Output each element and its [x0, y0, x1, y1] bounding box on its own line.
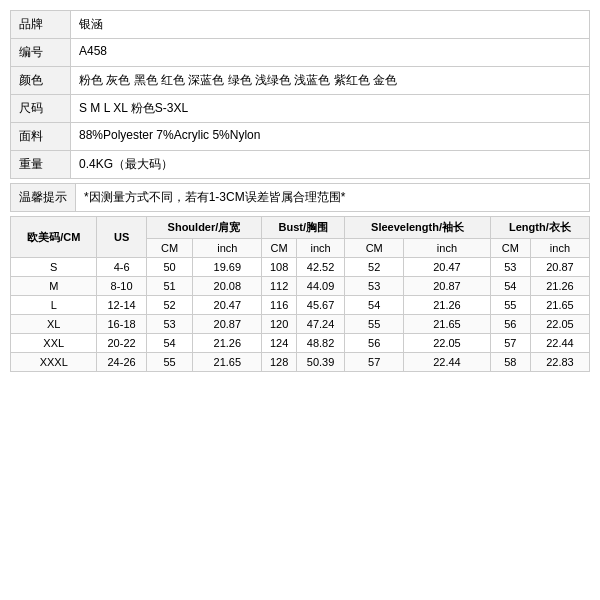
sleeve-inch-cell: 22.05 [404, 334, 491, 353]
size-cell: M [11, 277, 97, 296]
size-cell: L [11, 296, 97, 315]
fabric-value: 88%Polyester 7%Acrylic 5%Nylon [71, 123, 590, 151]
shoulder-inch-cell: 21.26 [193, 334, 262, 353]
col-sleeve: Sleevelength/袖长 [345, 217, 491, 239]
length-inch-header: inch [530, 239, 589, 258]
size-label: 尺码 [11, 95, 71, 123]
shoulder-cm-cell: 50 [146, 258, 193, 277]
col-eu-cm: 欧美码/CM [11, 217, 97, 258]
length-cm-header: CM [490, 239, 530, 258]
sleeve-cm-header: CM [345, 239, 404, 258]
bust-inch-cell: 45.67 [296, 296, 344, 315]
shoulder-inch-cell: 20.47 [193, 296, 262, 315]
col-bust: Bust/胸围 [262, 217, 345, 239]
length-cm-cell: 53 [490, 258, 530, 277]
length-inch-cell: 22.83 [530, 353, 589, 372]
us-cell: 12-14 [97, 296, 146, 315]
table-row: M 8-10 51 20.08 112 44.09 53 20.87 54 21… [11, 277, 590, 296]
shoulder-inch-header: inch [193, 239, 262, 258]
size-cell: S [11, 258, 97, 277]
length-inch-cell: 20.87 [530, 258, 589, 277]
color-label: 颜色 [11, 67, 71, 95]
shoulder-cm-header: CM [146, 239, 193, 258]
table-row: XXXL 24-26 55 21.65 128 50.39 57 22.44 5… [11, 353, 590, 372]
color-value: 粉色 灰色 黑色 红色 深蓝色 绿色 浅绿色 浅蓝色 紫红色 金色 [71, 67, 590, 95]
code-label: 编号 [11, 39, 71, 67]
size-cell: XXL [11, 334, 97, 353]
sleeve-cm-cell: 56 [345, 334, 404, 353]
shoulder-inch-cell: 20.87 [193, 315, 262, 334]
bust-cm-cell: 128 [262, 353, 297, 372]
brand-label: 品牌 [11, 11, 71, 39]
sleeve-inch-cell: 21.65 [404, 315, 491, 334]
length-inch-cell: 22.05 [530, 315, 589, 334]
bust-cm-header: CM [262, 239, 297, 258]
length-cm-cell: 54 [490, 277, 530, 296]
shoulder-cm-cell: 55 [146, 353, 193, 372]
bust-inch-header: inch [296, 239, 344, 258]
size-value: S M L XL 粉色S-3XL [71, 95, 590, 123]
info-table: 品牌 银涵 编号 A458 颜色 粉色 灰色 黑色 红色 深蓝色 绿色 浅绿色 … [10, 10, 590, 179]
sleeve-inch-cell: 22.44 [404, 353, 491, 372]
sleeve-inch-header: inch [404, 239, 491, 258]
table-row: L 12-14 52 20.47 116 45.67 54 21.26 55 2… [11, 296, 590, 315]
bust-cm-cell: 120 [262, 315, 297, 334]
sleeve-inch-cell: 20.47 [404, 258, 491, 277]
length-cm-cell: 58 [490, 353, 530, 372]
bust-inch-cell: 44.09 [296, 277, 344, 296]
length-inch-cell: 21.26 [530, 277, 589, 296]
sleeve-cm-cell: 54 [345, 296, 404, 315]
sleeve-cm-cell: 55 [345, 315, 404, 334]
bust-cm-cell: 124 [262, 334, 297, 353]
us-cell: 8-10 [97, 277, 146, 296]
shoulder-inch-cell: 19.69 [193, 258, 262, 277]
us-cell: 20-22 [97, 334, 146, 353]
table-row: S 4-6 50 19.69 108 42.52 52 20.47 53 20.… [11, 258, 590, 277]
sleeve-cm-cell: 52 [345, 258, 404, 277]
bust-inch-cell: 48.82 [296, 334, 344, 353]
warning-label: 温馨提示 [11, 184, 76, 212]
weight-label: 重量 [11, 151, 71, 179]
shoulder-inch-cell: 21.65 [193, 353, 262, 372]
bust-inch-cell: 42.52 [296, 258, 344, 277]
bust-inch-cell: 50.39 [296, 353, 344, 372]
size-cell: XL [11, 315, 97, 334]
shoulder-inch-cell: 20.08 [193, 277, 262, 296]
col-shoulder: Shoulder/肩宽 [146, 217, 262, 239]
sleeve-inch-cell: 20.87 [404, 277, 491, 296]
col-us: US [97, 217, 146, 258]
brand-value: 银涵 [71, 11, 590, 39]
fabric-label: 面料 [11, 123, 71, 151]
bust-cm-cell: 108 [262, 258, 297, 277]
us-cell: 4-6 [97, 258, 146, 277]
length-inch-cell: 21.65 [530, 296, 589, 315]
length-cm-cell: 55 [490, 296, 530, 315]
weight-value: 0.4KG（最大码） [71, 151, 590, 179]
bust-cm-cell: 116 [262, 296, 297, 315]
shoulder-cm-cell: 53 [146, 315, 193, 334]
shoulder-cm-cell: 52 [146, 296, 193, 315]
col-length: Length/衣长 [490, 217, 589, 239]
length-cm-cell: 57 [490, 334, 530, 353]
shoulder-cm-cell: 51 [146, 277, 193, 296]
sleeve-inch-cell: 21.26 [404, 296, 491, 315]
sleeve-cm-cell: 57 [345, 353, 404, 372]
table-row: XL 16-18 53 20.87 120 47.24 55 21.65 56 … [11, 315, 590, 334]
bust-inch-cell: 47.24 [296, 315, 344, 334]
warning-table: 温馨提示 *因测量方式不同，若有1-3CM误差皆属合理范围* [10, 183, 590, 212]
size-cell: XXXL [11, 353, 97, 372]
code-value: A458 [71, 39, 590, 67]
table-row: XXL 20-22 54 21.26 124 48.82 56 22.05 57… [11, 334, 590, 353]
bust-cm-cell: 112 [262, 277, 297, 296]
length-cm-cell: 56 [490, 315, 530, 334]
us-cell: 16-18 [97, 315, 146, 334]
warning-value: *因测量方式不同，若有1-3CM误差皆属合理范围* [76, 184, 590, 212]
sleeve-cm-cell: 53 [345, 277, 404, 296]
us-cell: 24-26 [97, 353, 146, 372]
length-inch-cell: 22.44 [530, 334, 589, 353]
shoulder-cm-cell: 54 [146, 334, 193, 353]
size-table: 欧美码/CM US Shoulder/肩宽 Bust/胸围 Sleeveleng… [10, 216, 590, 372]
